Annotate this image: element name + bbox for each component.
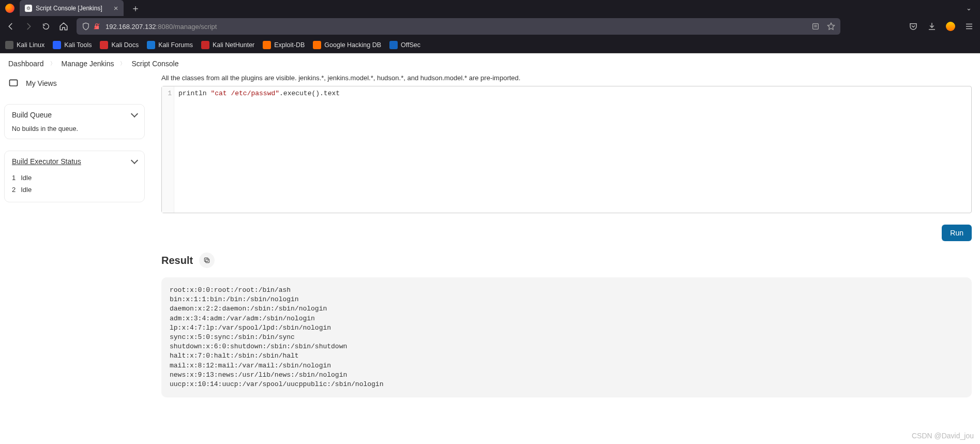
bookmark-favicon-icon (313, 41, 321, 49)
bookmark-item[interactable]: Kali Linux (5, 41, 44, 49)
views-icon (8, 78, 19, 88)
bookmark-label: Kali Tools (64, 41, 92, 49)
bookmark-star-icon[interactable] (827, 22, 835, 31)
sidebar: My Views Build Queue No builds in the qu… (0, 74, 149, 444)
bookmark-label: Google Hacking DB (324, 41, 381, 49)
copy-icon (203, 257, 210, 264)
bookmark-label: Kali NetHunter (213, 41, 254, 49)
sidebar-item-label: My Views (26, 79, 57, 87)
build-executor-panel: Build Executor Status 1Idle2Idle (4, 151, 145, 202)
bookmark-label: Kali Linux (17, 41, 44, 49)
downloads-icon[interactable] (927, 22, 937, 31)
url-text: 192.168.207.132:8080/manage/script (105, 23, 217, 31)
bookmark-item[interactable]: Kali Forums (147, 41, 193, 49)
bookmark-favicon-icon (5, 41, 13, 49)
tab-title: Script Console [Jenkins] (36, 5, 102, 12)
build-executor-header[interactable]: Build Executor Status (12, 157, 137, 166)
browser-tab[interactable]: ⚙ Script Console [Jenkins] × (20, 0, 124, 16)
window-controls: ⌄ (966, 4, 980, 12)
new-tab-button[interactable]: ＋ (131, 2, 140, 14)
bookmark-item[interactable]: Kali Docs (100, 41, 139, 49)
extension-icon[interactable] (946, 22, 955, 31)
shield-icon (82, 22, 90, 31)
close-tab-icon[interactable]: × (114, 4, 118, 12)
back-button[interactable] (4, 20, 18, 33)
reader-mode-icon[interactable] (811, 22, 820, 31)
bookmark-favicon-icon (147, 41, 155, 49)
code-area[interactable]: println "cat /etc/passwd".execute().text (174, 86, 971, 213)
chevron-right-icon: 〉 (120, 60, 125, 67)
bookmark-item[interactable]: Kali NetHunter (201, 41, 254, 49)
chevron-right-icon: 〉 (50, 60, 55, 67)
script-editor[interactable]: 1 println "cat /etc/passwd".execute().te… (161, 86, 972, 213)
bookmark-label: Kali Docs (111, 41, 139, 49)
copy-result-button[interactable] (199, 253, 215, 268)
executor-row[interactable]: 1Idle (12, 172, 137, 184)
breadcrumb-link[interactable]: Dashboard (8, 60, 44, 68)
reload-button[interactable] (39, 20, 53, 33)
breadcrumb-link[interactable]: Script Console (131, 60, 178, 68)
chevron-down-icon (131, 157, 138, 164)
chevron-down-icon (131, 110, 138, 117)
sidebar-item-my-views[interactable]: My Views (4, 74, 145, 93)
url-bar[interactable]: 192.168.207.132:8080/manage/script (77, 18, 840, 35)
breadcrumb: Dashboard〉Manage Jenkins〉Script Console (0, 53, 980, 74)
firefox-logo-icon (5, 4, 14, 13)
bookmark-item[interactable]: Exploit-DB (263, 41, 305, 49)
svg-rect-4 (10, 80, 18, 86)
pocket-icon[interactable] (909, 22, 918, 31)
toolbar-icons (909, 22, 974, 31)
hamburger-menu-icon[interactable] (964, 22, 974, 31)
svg-rect-6 (204, 258, 208, 261)
build-queue-empty: No builds in the queue. (12, 125, 137, 132)
bookmarks-bar: Kali LinuxKali ToolsKali DocsKali Forums… (0, 37, 980, 53)
bookmark-favicon-icon (389, 41, 398, 49)
line-gutter: 1 (162, 86, 174, 213)
build-queue-panel: Build Queue No builds in the queue. (4, 104, 145, 139)
watermark: CSDN @David_jou (912, 432, 974, 440)
bookmark-label: Exploit-DB (274, 41, 305, 49)
bookmark-item[interactable]: Google Hacking DB (313, 41, 381, 49)
tab-bar: ⚙ Script Console [Jenkins] × ＋ ⌄ (0, 0, 980, 16)
run-button[interactable]: Run (942, 225, 972, 241)
executor-row[interactable]: 2Idle (12, 184, 137, 196)
bookmark-label: OffSec (401, 41, 420, 49)
main-content: All the classes from all the plugins are… (149, 74, 980, 444)
bookmark-label: Kali Forums (158, 41, 193, 49)
forward-button[interactable] (22, 20, 35, 33)
bookmark-favicon-icon (263, 41, 271, 49)
bookmark-favicon-icon (201, 41, 209, 49)
page-content: Dashboard〉Manage Jenkins〉Script Console … (0, 53, 980, 444)
bookmark-item[interactable]: OffSec (389, 41, 420, 49)
jenkins-favicon-icon: ⚙ (25, 5, 32, 12)
build-queue-header[interactable]: Build Queue (12, 111, 137, 119)
bookmark-item[interactable]: Kali Tools (53, 41, 92, 49)
result-output: root:x:0:0:root:/root:/bin/ash bin:x:1:1… (161, 277, 972, 397)
info-text: All the classes from all the plugins are… (161, 74, 972, 82)
result-heading: Result (161, 255, 193, 267)
nav-bar: 192.168.207.132:8080/manage/script (0, 16, 980, 37)
insecure-lock-icon (93, 23, 100, 30)
breadcrumb-link[interactable]: Manage Jenkins (62, 60, 114, 68)
bookmark-favicon-icon (100, 41, 108, 49)
chevron-down-icon[interactable]: ⌄ (966, 4, 972, 12)
home-button[interactable] (57, 20, 70, 33)
bookmark-favicon-icon (53, 41, 61, 49)
svg-rect-5 (206, 259, 209, 263)
